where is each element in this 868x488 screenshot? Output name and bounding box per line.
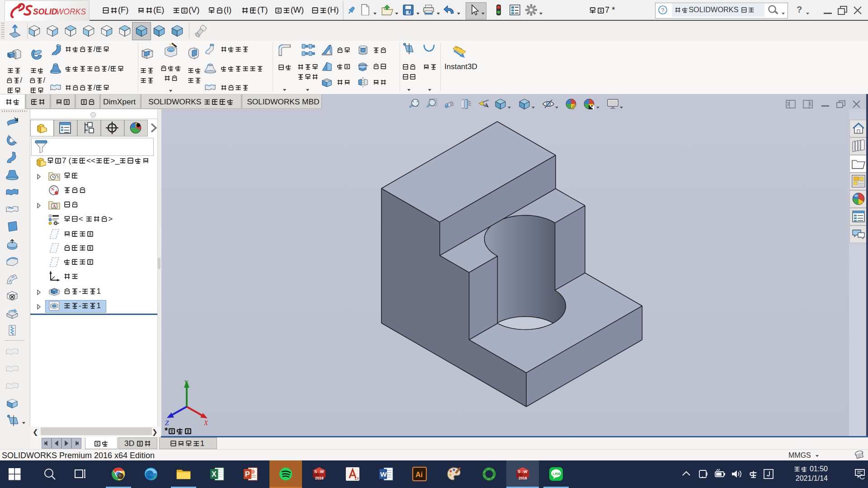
- svg-text:(T): (T): [257, 5, 268, 14]
- svg-text:/: /: [94, 83, 96, 91]
- svg-text:1: 1: [200, 439, 205, 448]
- svg-text:(H): (H): [327, 5, 339, 14]
- svg-text:Ai: Ai: [415, 471, 423, 479]
- svg-text:(F): (F): [118, 5, 128, 14]
- svg-text:(V): (V): [189, 5, 199, 14]
- svg-text:X: X: [212, 470, 217, 478]
- svg-text:LT: LT: [355, 477, 359, 481]
- svg-text:W: W: [524, 469, 528, 474]
- svg-text:?: ?: [661, 7, 664, 14]
- svg-text:Z: Z: [165, 419, 169, 426]
- svg-text:/: /: [108, 64, 110, 72]
- svg-text:-: -: [79, 286, 81, 296]
- svg-text:(W): (W): [291, 5, 304, 14]
- svg-text:W: W: [380, 470, 387, 478]
- svg-text:SOLID: SOLID: [33, 7, 57, 16]
- svg-text:X: X: [203, 419, 208, 426]
- svg-text:SOLIDWORKS MBD: SOLIDWORKS MBD: [247, 97, 319, 106]
- svg-text:DimXpert: DimXpert: [103, 97, 136, 106]
- svg-text:1: 1: [97, 286, 101, 296]
- svg-text:/: /: [94, 45, 96, 53]
- svg-text:(I): (I): [224, 5, 231, 14]
- svg-text:P: P: [245, 470, 250, 478]
- svg-text:>_: >_: [111, 156, 120, 165]
- svg-text:LINE: LINE: [553, 472, 561, 476]
- svg-text:3D: 3D: [124, 439, 134, 448]
- svg-text:>: >: [108, 214, 113, 223]
- svg-text:A: A: [53, 204, 57, 209]
- svg-text:/: /: [20, 76, 23, 84]
- svg-text:/: /: [43, 76, 46, 84]
- svg-text:-: -: [79, 301, 81, 310]
- svg-text:1: 1: [97, 301, 101, 310]
- svg-text:2016: 2016: [315, 476, 324, 480]
- svg-text:(E): (E): [153, 5, 164, 14]
- svg-text:7 *: 7 *: [605, 5, 615, 14]
- svg-text:S: S: [314, 469, 317, 474]
- svg-text:S: S: [518, 469, 520, 474]
- svg-text:2016: 2016: [519, 476, 527, 480]
- svg-text:<<: <<: [86, 156, 95, 165]
- svg-text:*: *: [165, 426, 168, 435]
- svg-text:A: A: [484, 102, 489, 108]
- svg-text:WORKS: WORKS: [56, 7, 86, 16]
- svg-text:SOLIDWORKS: SOLIDWORKS: [148, 97, 201, 106]
- svg-text:SOLIDWORKS: SOLIDWORKS: [689, 5, 739, 14]
- svg-text:<: <: [79, 214, 83, 223]
- svg-text:W: W: [320, 469, 324, 474]
- svg-text:7 (: 7 (: [62, 156, 71, 165]
